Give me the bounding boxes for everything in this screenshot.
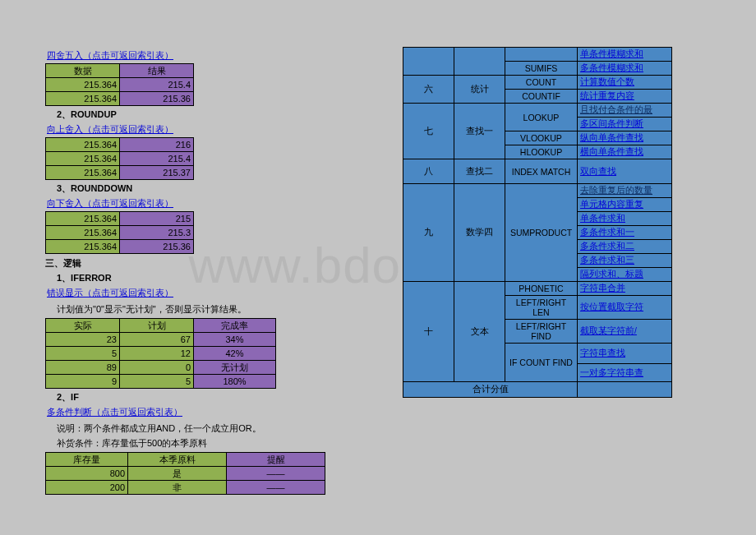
rounddown-heading: 3、ROUNDDOWN <box>45 182 357 195</box>
if-heading: 2、IF <box>45 391 357 404</box>
roundup-link[interactable]: 向上舍入（点击可返回索引表） <box>45 123 173 136</box>
fn-label: COUNTIF <box>505 90 578 104</box>
index-link[interactable]: 字符串合并 <box>578 282 672 296</box>
index-link[interactable]: 去除重复后的数量 <box>578 184 672 198</box>
col-rate: 完成率 <box>194 319 276 333</box>
table-row: 215.364215 <box>46 212 194 226</box>
table-row: 215.364215.4 <box>46 152 194 166</box>
table-row: 215.364215.37 <box>46 166 194 180</box>
fn-label: COUNT <box>505 76 578 90</box>
index-link[interactable]: 双向查找 <box>578 159 672 184</box>
table-row: 236734% <box>46 333 276 347</box>
if-table: 库存量 本季原料 提醒 800是—— 200非—— <box>45 452 325 495</box>
iferror-table: 实际 计划 完成率 236734% 51242% 890无计划 95180% <box>45 318 276 389</box>
fn-label: INDEX MATCH <box>505 159 578 184</box>
fn-label: SUMPRODUCT <box>505 184 578 282</box>
fn-label: IF COUNT FIND <box>505 344 578 382</box>
section-number: 九 <box>403 184 454 282</box>
table-row: 51242% <box>46 347 276 361</box>
round-table: 数据 结果 215.364215.4 215.364215.36 <box>45 63 194 106</box>
round-link[interactable]: 四舍五入（点击可返回索引表） <box>45 49 173 62</box>
col-material: 本季原料 <box>128 453 227 467</box>
index-link[interactable]: 统计重复内容 <box>578 90 672 104</box>
cell-empty <box>403 48 454 76</box>
index-link[interactable]: 截取某字符前/ <box>578 320 672 344</box>
index-link[interactable]: 且找付合条件的最 <box>578 104 672 118</box>
section-number: 七 <box>403 104 454 159</box>
table-row: 215.364216 <box>46 138 194 152</box>
index-link[interactable]: 按位置截取字符 <box>578 296 672 320</box>
cell-empty <box>578 382 672 398</box>
table-row: 215.364215.36 <box>46 240 194 254</box>
iferror-heading: 1、IFERROR <box>45 272 357 284</box>
table-row: 200非—— <box>46 481 325 495</box>
col-plan: 计划 <box>120 319 194 333</box>
if-link[interactable]: 多条件判断（点击可返回索引表） <box>45 406 182 418</box>
fn-label: PHONETIC <box>505 282 578 296</box>
logic-title: 三、逻辑 <box>45 257 357 270</box>
section-category: 查找一 <box>454 104 505 159</box>
left-column: 四舍五入（点击可返回索引表） 数据 结果 215.364215.4 215.36… <box>45 49 357 496</box>
right-column: 单条件模糊求和 SUMIFS 多条件模糊求和 六 统计 COUNT 计算数值个数… <box>403 47 756 398</box>
col-actual: 实际 <box>46 319 120 333</box>
table-row: 215.364215.4 <box>46 78 194 92</box>
index-link[interactable]: 单元格内容重复 <box>578 198 672 212</box>
index-link[interactable]: 多条件模糊求和 <box>578 62 672 76</box>
roundup-heading: 2、ROUNDUP <box>45 108 357 121</box>
fn-label: HLOOKUP <box>505 145 578 159</box>
section-number: 六 <box>403 76 454 104</box>
table-row: 215.364215.3 <box>46 226 194 240</box>
index-link[interactable]: 单条件模糊求和 <box>578 48 672 62</box>
index-link[interactable]: 计算数值个数 <box>578 76 672 90</box>
col-stock: 库存量 <box>46 453 128 467</box>
if-note2: 补货条件：库存量低于500的本季原料 <box>45 437 357 450</box>
fn-label: LEFT/RIGHT LEN <box>505 296 578 320</box>
section-category: 查找二 <box>454 159 505 184</box>
table-row: 800是—— <box>46 467 325 481</box>
footer-label: 合计分值 <box>403 382 578 398</box>
if-note1: 说明：两个条件都成立用AND，任一个成立用OR。 <box>45 422 357 435</box>
section-category: 统计 <box>454 76 505 104</box>
fn-label: SUMIFS <box>505 62 578 76</box>
index-link[interactable]: 单条件求和 <box>578 212 672 226</box>
section-category: 文本 <box>454 282 505 382</box>
cell-empty <box>454 48 505 76</box>
index-link[interactable]: 多条件求和一 <box>578 226 672 240</box>
index-link[interactable]: 多条件求和二 <box>578 240 672 254</box>
index-link[interactable]: 一对多字符串查 <box>578 364 672 382</box>
rounddown-link[interactable]: 向下舍入（点击可返回索引表） <box>45 197 173 210</box>
index-link[interactable]: 横向单条件查找 <box>578 145 672 159</box>
section-number: 八 <box>403 159 454 184</box>
iferror-link[interactable]: 错误显示（点击可返回索引表） <box>45 287 173 299</box>
index-link[interactable]: 纵向单条件查找 <box>578 131 672 145</box>
section-category: 数学四 <box>454 184 505 282</box>
section-number: 十 <box>403 282 454 382</box>
col-data: 数据 <box>46 64 120 78</box>
col-result: 结果 <box>120 64 194 78</box>
index-link[interactable]: 隔列求和、标题 <box>578 268 672 282</box>
table-row: 890无计划 <box>46 361 276 375</box>
index-link[interactable]: 多区间条件判断 <box>578 118 672 131</box>
iferror-note: 计划值为"0"显示"无计划"，否则显示计算结果。 <box>45 303 357 316</box>
fn-label: LOOKUP <box>505 104 578 131</box>
index-link[interactable]: 多条件求和三 <box>578 254 672 268</box>
table-row: 95180% <box>46 375 276 389</box>
index-link[interactable]: 字符串查找 <box>578 344 672 364</box>
fn-label: LEFT/RIGHT FIND <box>505 320 578 344</box>
col-warn: 提醒 <box>227 453 325 467</box>
table-row: 215.364215.36 <box>46 92 194 106</box>
fn-label: VLOOKUP <box>505 131 578 145</box>
cell-empty <box>505 48 578 62</box>
roundup-table: 215.364216 215.364215.4 215.364215.37 <box>45 137 194 180</box>
index-table: 单条件模糊求和 SUMIFS 多条件模糊求和 六 统计 COUNT 计算数值个数… <box>403 47 672 398</box>
rounddown-table: 215.364215 215.364215.3 215.364215.36 <box>45 211 194 254</box>
